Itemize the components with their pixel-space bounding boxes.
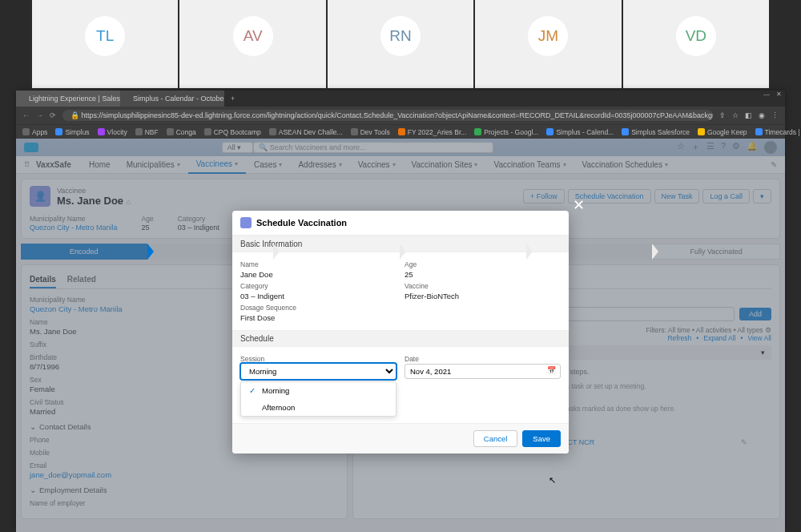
bookmark[interactable]: Google Keep <box>698 128 747 136</box>
browser-window: Lightning Experience | Salesf...× Simplu… <box>16 91 785 532</box>
session-options: ✓Morning Afternoon <box>240 381 396 417</box>
participant-card[interactable]: AV <box>179 0 325 88</box>
close-modal-button[interactable]: ✕ <box>573 196 585 214</box>
tab-title: Simplus - Calendar - October ... <box>133 95 224 103</box>
browser-tab[interactable]: Lightning Experience | Salesf...× <box>16 91 120 107</box>
participant-card[interactable]: JM <box>475 0 621 88</box>
bookmark[interactable]: Timecards | Salesf... <box>755 128 801 136</box>
field-dosage: First Dose <box>240 313 396 322</box>
bookmark[interactable]: Dev Tools <box>351 128 390 136</box>
extension-icon[interactable]: ◧ <box>745 111 752 119</box>
participant-card[interactable]: TL <box>32 0 178 88</box>
window-controls: —✕ <box>763 91 782 98</box>
participant-card[interactable]: VD <box>623 0 769 88</box>
modal-icon <box>240 217 252 228</box>
url-field[interactable]: 🔒 https://simplusphilippinesinc85-dev-ed… <box>62 110 713 121</box>
bookmark[interactable]: Simplus <box>55 128 89 136</box>
session-dropdown[interactable]: Morning <box>240 363 396 380</box>
avatar: TL <box>85 16 125 56</box>
close-icon[interactable]: ✕ <box>776 91 782 98</box>
save-button[interactable]: Save <box>522 430 561 447</box>
field-age: 25 <box>405 270 561 279</box>
browser-tabbar: Lightning Experience | Salesf...× Simplu… <box>16 91 785 107</box>
avatar: AV <box>233 16 273 56</box>
back-button[interactable]: ← <box>22 111 30 119</box>
avatar: JM <box>528 16 568 56</box>
calendar-icon[interactable]: 📅 <box>547 366 556 374</box>
bookmark[interactable]: Simplus - Calend... <box>546 128 614 136</box>
profile-icon[interactable]: ◉ <box>759 111 765 119</box>
section-schedule: Schedule <box>232 330 569 347</box>
modal-footer: Cancel Save <box>232 423 569 453</box>
forward-button[interactable]: → <box>36 111 43 119</box>
cancel-button[interactable]: Cancel <box>473 430 518 447</box>
lock-icon: 🔒 <box>70 111 79 119</box>
reload-button[interactable]: ⟳ <box>50 111 56 119</box>
bookmark[interactable]: Simplus Salesforce <box>622 128 690 136</box>
participant-card[interactable]: RN <box>328 0 473 88</box>
date-input-wrap: 📅 <box>405 363 561 379</box>
bookmark[interactable]: ASEAN Dev Challe... <box>269 128 343 136</box>
address-bar: ← → ⟳ 🔒 https://simplusphilippinesinc85-… <box>16 107 785 124</box>
field-name: Jane Doe <box>240 270 396 279</box>
bookmark[interactable]: Projects - Googl... <box>474 128 538 136</box>
salesforce-app: All ▾ 🔍 Search Vaccinees and more... ☆ ＋… <box>16 139 785 532</box>
bookmarks-bar: Apps Simplus Vlocity NBF Conga CPQ Bootc… <box>16 124 785 139</box>
check-icon: ✓ <box>249 386 257 395</box>
browser-tab[interactable]: Simplus - Calendar - October ...× <box>120 91 224 107</box>
minimize-icon[interactable]: — <box>763 91 770 98</box>
apps-icon <box>22 128 30 135</box>
bookmark[interactable]: FY 2022_Aries Br... <box>398 128 467 136</box>
menu-icon[interactable]: ⋮ <box>771 111 779 119</box>
participants-bar: TL AV RN JM VD <box>0 0 801 88</box>
bookmark[interactable]: CPQ Bootcamp <box>204 128 261 136</box>
field-category: 03 – Indigent <box>240 292 396 300</box>
share-icon[interactable]: ⇧ <box>719 111 726 119</box>
session-option-afternoon[interactable]: Afternoon <box>241 399 396 416</box>
date-input[interactable] <box>405 364 561 379</box>
session-select[interactable]: Morning ✓Morning Afternoon <box>240 363 396 380</box>
star-icon[interactable]: ☆ <box>732 111 739 119</box>
bookmark[interactable]: NBF <box>135 128 159 136</box>
field-vaccine: Pfizer-BioNTech <box>405 292 561 300</box>
bookmark[interactable]: Vlocity <box>98 128 127 136</box>
avatar: VD <box>676 16 716 56</box>
session-option-morning[interactable]: ✓Morning <box>241 382 396 399</box>
modal-title: Schedule Vaccination <box>256 218 347 228</box>
bookmark[interactable]: Conga <box>167 128 196 136</box>
new-tab-button[interactable]: + <box>224 95 241 103</box>
apps-bookmark[interactable]: Apps <box>22 128 47 136</box>
tab-title: Lightning Experience | Salesf... <box>29 95 120 103</box>
avatar: RN <box>380 16 421 56</box>
